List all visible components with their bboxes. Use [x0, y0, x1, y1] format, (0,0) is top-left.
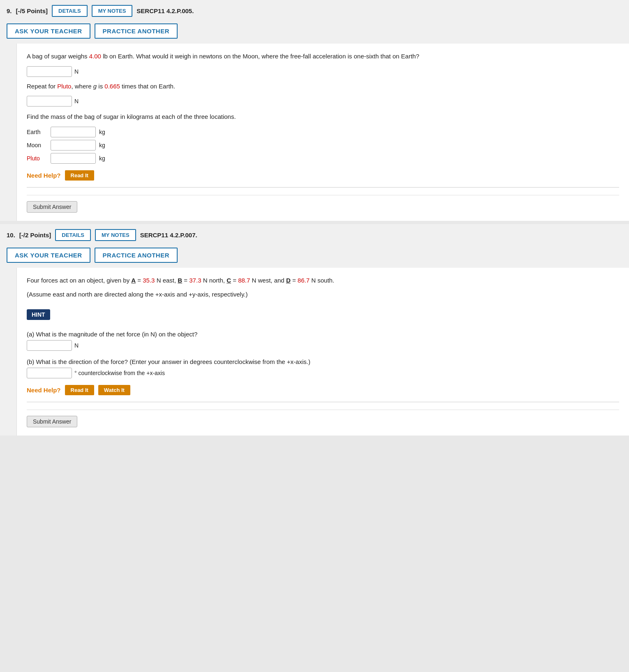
q9-submit-row: Submit Answer	[27, 195, 619, 213]
question-9-problem-id: SERCP11 4.2.P.005.	[136, 7, 194, 14]
q10-part-b-unit: ° counterclockwise from the +x-axis	[74, 370, 165, 376]
q10-d-value: 86.7	[298, 277, 310, 284]
q10-c-value: 88.7	[238, 277, 250, 284]
q9-pluto-unit: N	[74, 98, 79, 104]
q9-earth-row: Earth kg	[27, 127, 619, 137]
question-10-number: 10.	[7, 232, 15, 239]
q9-pluto-label2: Pluto	[27, 155, 47, 162]
question-9-block: 9. [-/5 Points] DETAILS MY NOTES SERCP11…	[0, 0, 629, 221]
q10-part-a-label: (a) What is the magnitude of the net for…	[27, 331, 619, 338]
q9-find-mass-text: Find the mass of the bag of sugar in kil…	[27, 112, 619, 122]
question-10-practice-another-button[interactable]: PRACTICE ANOTHER	[95, 248, 178, 263]
q9-pluto-label: Pluto	[57, 83, 71, 90]
q10-part-b-text: What is the direction of the force? (Ent…	[36, 358, 310, 365]
question-9-body: A bag of sugar weighs 4.00 lb on Earth. …	[16, 44, 629, 221]
question-9-ask-teacher-button[interactable]: ASK YOUR TEACHER	[7, 23, 90, 39]
q10-text2: N east, B =	[155, 277, 189, 284]
question-9-points: [-/5 Points]	[16, 7, 48, 14]
q10-hint-box[interactable]: HINT	[27, 309, 50, 320]
q9-pluto-text: Repeat for Pluto, where g is 0.665 times…	[27, 82, 619, 91]
q9-moon-input[interactable]	[27, 66, 72, 77]
q9-moon-row: Moon kg	[27, 140, 619, 151]
q9-pluto-mass-input[interactable]	[51, 153, 96, 164]
q9-weight-value: 4.00	[89, 53, 101, 60]
q10-text1: Four forces act on an object, given by A…	[27, 277, 143, 284]
question-10-details-button[interactable]: DETAILS	[55, 229, 91, 241]
question-9-number: 9.	[7, 7, 12, 14]
q9-text3: Repeat for	[27, 83, 57, 90]
q9-g-value: 0.665	[104, 83, 120, 90]
q9-submit-button[interactable]: Submit Answer	[27, 201, 77, 213]
q10-text5: N south.	[310, 277, 334, 284]
q9-moon-unit: N	[74, 68, 79, 75]
question-10-mynotes-button[interactable]: MY NOTES	[95, 229, 136, 241]
q9-text2: lb on Earth. What would it weigh in newt…	[101, 53, 419, 60]
q10-text3: N north, C =	[201, 277, 238, 284]
q10-b-value: 37.3	[189, 277, 201, 284]
question-10-ask-teacher-button[interactable]: ASK YOUR TEACHER	[7, 248, 90, 263]
q9-moon-unit2: kg	[99, 142, 105, 148]
q9-text1: A bag of sugar weighs	[27, 53, 89, 60]
q10-assume-text: (Assume east and north are directed alon…	[27, 290, 619, 299]
q10-part-a-letter: (a)	[27, 331, 34, 338]
question-10-points: [-/2 Points]	[19, 232, 51, 239]
q10-read-it-button[interactable]: Read It	[65, 385, 94, 395]
q10-part-b-input-row: ° counterclockwise from the +x-axis	[27, 368, 619, 378]
q10-need-help-row: Need Help? Read It Watch It	[27, 385, 619, 395]
q9-earth-unit: kg	[99, 129, 105, 135]
question-9-header: 9. [-/5 Points] DETAILS MY NOTES SERCP11…	[0, 0, 629, 22]
question-10-header: 10. [-/2 Points] DETAILS MY NOTES SERCP1…	[0, 224, 629, 246]
question-10-body: Four forces act on an object, given by A…	[16, 268, 629, 436]
q9-text5: times that on Earth.	[120, 83, 175, 90]
q10-submit-button[interactable]: Submit Answer	[27, 416, 77, 427]
q10-watch-it-button[interactable]: Watch It	[98, 385, 130, 395]
q9-find-mass-section: Find the mass of the bag of sugar in kil…	[27, 112, 619, 164]
q10-need-help-label: Need Help?	[27, 387, 61, 394]
q9-divider	[27, 187, 619, 188]
q9-pluto-unit2: kg	[99, 155, 105, 162]
q9-need-help-row: Need Help? Read It	[27, 170, 619, 181]
q9-pluto-input[interactable]	[27, 96, 72, 107]
question-9-mynotes-button[interactable]: MY NOTES	[92, 5, 133, 17]
q9-moon-label: Moon	[27, 142, 47, 148]
q10-part-b-label: (b) What is the direction of the force? …	[27, 358, 619, 365]
q9-pluto-mass-row: Pluto kg	[27, 153, 619, 164]
question-10-block: 10. [-/2 Points] DETAILS MY NOTES SERCP1…	[0, 224, 629, 436]
q10-part-b-letter: (b)	[27, 358, 34, 365]
q10-part-a-input-row: N	[27, 340, 619, 351]
q10-divider	[27, 402, 619, 402]
q10-part-a-unit: N	[74, 342, 79, 349]
question-9-details-button[interactable]: DETAILS	[52, 5, 88, 17]
question-10-subheader: ASK YOUR TEACHER PRACTICE ANOTHER	[0, 246, 629, 268]
q10-submit-row: Submit Answer	[27, 410, 619, 427]
q9-moon-mass-input[interactable]	[51, 140, 96, 151]
question-9-text: A bag of sugar weighs 4.00 lb on Earth. …	[27, 52, 619, 61]
question-9-subheader: ASK YOUR TEACHER PRACTICE ANOTHER	[0, 22, 629, 44]
q10-a-value: 35.3	[143, 277, 155, 284]
q10-part-b-input[interactable]	[27, 368, 72, 378]
q9-earth-label: Earth	[27, 129, 47, 135]
q9-text4: , where g is	[71, 83, 104, 90]
q10-text4: N west, and D =	[250, 277, 298, 284]
q9-earth-input[interactable]	[51, 127, 96, 137]
q9-need-help-label: Need Help?	[27, 172, 61, 179]
q10-part-a-input[interactable]	[27, 340, 72, 351]
q10-part-a-question: What is the magnitude of the net force (…	[36, 331, 198, 338]
question-10-problem-id: SERCP11 4.2.P.007.	[140, 232, 197, 239]
q9-pluto-input-row: N	[27, 96, 619, 107]
question-10-text: Four forces act on an object, given by A…	[27, 276, 619, 285]
q9-moon-input-row: N	[27, 66, 619, 77]
question-9-practice-another-button[interactable]: PRACTICE ANOTHER	[95, 23, 178, 39]
q9-read-it-button[interactable]: Read It	[65, 170, 94, 181]
